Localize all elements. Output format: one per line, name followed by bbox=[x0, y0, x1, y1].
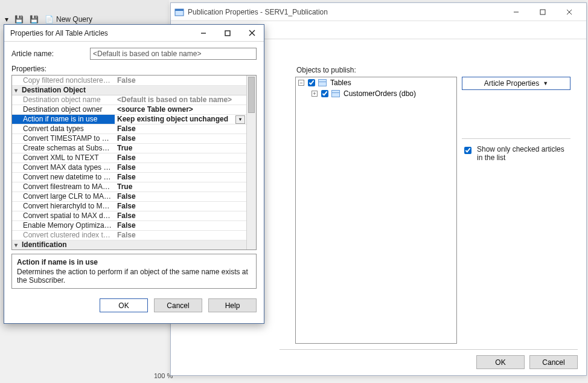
article-properties-label: Article Properties bbox=[484, 79, 539, 88]
property-value[interactable]: True bbox=[115, 182, 246, 192]
pub-ok-button[interactable]: OK bbox=[476, 355, 525, 369]
property-row[interactable]: Convert XML to NTEXTFalse bbox=[12, 153, 246, 163]
property-value[interactable]: False bbox=[115, 76, 246, 85]
objects-tree[interactable]: − Tables + CustomerOrders (dbo) bbox=[295, 77, 457, 344]
help-label: Help bbox=[225, 301, 240, 310]
dialog-footer: OK Cancel Help bbox=[4, 294, 264, 318]
property-key: Convert spatial to MAX data ty bbox=[12, 211, 115, 220]
property-key: Create schemas at Subscriber bbox=[12, 143, 115, 153]
property-key: Convert TIMESTAMP to BINA bbox=[12, 134, 115, 143]
property-row[interactable]: Convert large CLR to MAX datFalse bbox=[12, 192, 246, 201]
dialog-body: Article name: Properties: Copy filtered … bbox=[4, 42, 264, 294]
property-row[interactable]: Convert data typesFalse bbox=[12, 124, 246, 134]
property-row[interactable]: Enable Memory OptimizationFalse bbox=[12, 220, 246, 230]
property-value[interactable]: False bbox=[115, 211, 246, 220]
scrollbar[interactable] bbox=[246, 76, 256, 249]
dialog-help-button[interactable]: Help bbox=[208, 298, 257, 312]
show-only-checked-option[interactable]: Show only checked articles in the list bbox=[462, 145, 570, 162]
property-value[interactable]: <Default is based on table name> bbox=[115, 95, 246, 105]
tree-label-tables: Tables bbox=[330, 79, 351, 87]
property-row[interactable]: ▾Destination Object bbox=[12, 85, 246, 95]
minimize-button[interactable] bbox=[503, 4, 529, 21]
toolbar-dropdown-icon[interactable]: ▾ bbox=[5, 15, 8, 24]
publication-body: Objects to publish: − Tables + CustomerO… bbox=[280, 44, 580, 346]
publication-titlebar[interactable]: Publication Properties - SERV1_Publicati… bbox=[171, 3, 586, 21]
property-value[interactable]: <source Table owner> bbox=[115, 105, 246, 114]
close-button[interactable] bbox=[556, 4, 583, 21]
property-value[interactable]: False bbox=[115, 192, 246, 201]
dialog-cancel-button[interactable]: Cancel bbox=[154, 298, 202, 312]
table-icon bbox=[331, 90, 340, 97]
property-row[interactable]: Destination object owner<source Table ow… bbox=[12, 105, 246, 114]
property-row[interactable]: Convert clustered index to nonFalse bbox=[12, 230, 246, 240]
maximize-button[interactable] bbox=[529, 4, 556, 21]
property-row[interactable]: Convert hierarchyId to MAX daFalse bbox=[12, 201, 246, 211]
tables-checkbox[interactable] bbox=[308, 79, 315, 86]
category-label: Identification bbox=[22, 240, 67, 249]
separator bbox=[462, 138, 570, 139]
property-row[interactable]: Convert MAX data types to NTFalse bbox=[12, 163, 246, 172]
pub-cancel-button[interactable]: Cancel bbox=[529, 355, 578, 369]
save-icon[interactable]: 💾 bbox=[14, 15, 24, 24]
dropdown-icon[interactable]: ▾ bbox=[235, 115, 245, 124]
scrollbar-thumb[interactable] bbox=[248, 77, 255, 113]
property-key: Convert hierarchyId to MAX da bbox=[12, 201, 115, 211]
property-help-panel: Action if name is in use Determines the … bbox=[11, 254, 257, 289]
tree-node-customerorders[interactable]: + CustomerOrders (dbo) bbox=[296, 88, 456, 99]
new-query-button[interactable]: 📄 New Query bbox=[45, 15, 92, 24]
category-label: Destination Object bbox=[22, 86, 86, 94]
property-row[interactable]: Copy filtered nonclustered coluFalse bbox=[12, 76, 246, 85]
chevron-down-icon[interactable]: ▾ bbox=[14, 87, 22, 94]
cancel-label: Cancel bbox=[167, 301, 189, 310]
svg-rect-12 bbox=[225, 31, 230, 36]
property-value[interactable]: False bbox=[115, 220, 246, 230]
property-value[interactable]: False bbox=[115, 163, 246, 172]
show-only-label: Show only checked articles in the list bbox=[477, 145, 570, 162]
ide-menu-bar bbox=[0, 0, 169, 12]
article-name-input[interactable] bbox=[90, 48, 257, 60]
tables-icon bbox=[318, 79, 327, 86]
property-value[interactable]: False bbox=[115, 230, 246, 240]
property-key: Convert data types bbox=[12, 124, 115, 134]
dialog-minimize-button[interactable] bbox=[191, 25, 216, 41]
property-value[interactable]: Keep existing object unchanged▾ bbox=[115, 114, 246, 124]
property-value[interactable]: False bbox=[115, 124, 246, 134]
property-grid[interactable]: Copy filtered nonclustered coluFalse▾Des… bbox=[11, 75, 257, 250]
help-description: Determines the action to perform if an o… bbox=[17, 268, 251, 285]
tree-label-customerorders: CustomerOrders (dbo) bbox=[344, 89, 416, 98]
collapse-icon[interactable]: − bbox=[298, 80, 304, 86]
property-row[interactable]: Convert TIMESTAMP to BINAFalse bbox=[12, 134, 246, 143]
dialog-title: Properties for All Table Articles bbox=[10, 29, 191, 37]
article-properties-titlebar[interactable]: Properties for All Table Articles bbox=[4, 25, 264, 42]
property-value[interactable]: False bbox=[115, 172, 246, 182]
property-value[interactable]: True bbox=[115, 143, 246, 153]
property-row[interactable]: Action if name is in useKeep existing ob… bbox=[12, 114, 246, 124]
cancel-label: Cancel bbox=[542, 358, 564, 367]
property-row[interactable]: Create schemas at SubscriberTrue bbox=[12, 143, 246, 153]
dialog-maximize-button[interactable] bbox=[216, 25, 240, 41]
property-key: Copy filtered nonclustered colu bbox=[12, 76, 115, 85]
help-title: Action if name is in use bbox=[17, 258, 251, 266]
chevron-down-icon[interactable]: ▾ bbox=[14, 242, 22, 248]
article-properties-button[interactable]: Article Properties ▼ bbox=[462, 77, 570, 90]
property-key: Convert new datetime to NVA bbox=[12, 172, 115, 182]
tree-node-tables[interactable]: − Tables bbox=[296, 77, 456, 88]
dialog-close-button[interactable] bbox=[240, 25, 264, 41]
customerorders-checkbox[interactable] bbox=[321, 90, 328, 97]
dialog-ok-button[interactable]: OK bbox=[100, 298, 148, 312]
property-row[interactable]: Convert filestream to MAX datTrue bbox=[12, 182, 246, 192]
expand-icon[interactable]: + bbox=[312, 91, 318, 97]
property-row[interactable]: ▾Identification bbox=[12, 240, 246, 249]
property-key: Convert filestream to MAX dat bbox=[12, 182, 115, 192]
ok-label: OK bbox=[118, 301, 129, 310]
property-value[interactable]: False bbox=[115, 201, 246, 211]
window-icon bbox=[174, 7, 184, 17]
property-row[interactable]: Convert new datetime to NVAFalse bbox=[12, 172, 246, 182]
show-only-checkbox[interactable] bbox=[464, 147, 471, 154]
save-all-icon[interactable]: 💾 bbox=[30, 15, 39, 24]
property-value[interactable]: False bbox=[115, 153, 246, 163]
property-value[interactable]: False bbox=[115, 134, 246, 143]
property-row[interactable]: Convert spatial to MAX data tyFalse bbox=[12, 211, 246, 220]
property-key: Destination object name bbox=[12, 95, 115, 105]
property-row[interactable]: Destination object name<Default is based… bbox=[12, 95, 246, 105]
